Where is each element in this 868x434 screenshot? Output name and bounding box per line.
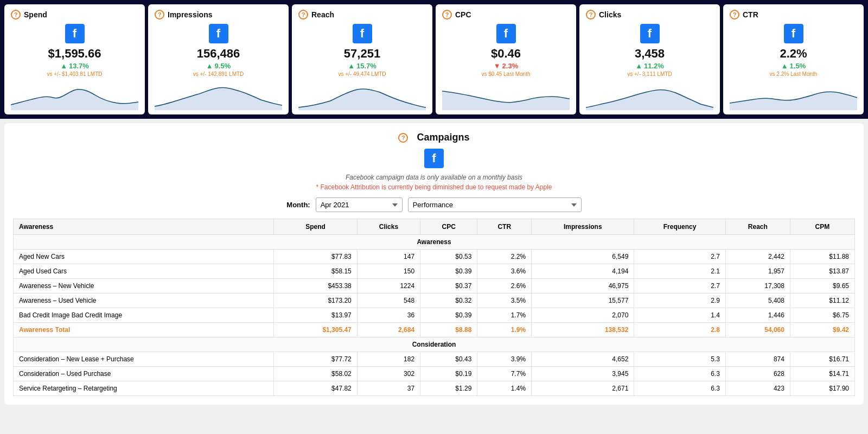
month-select[interactable]: Apr 2021Mar 2021Feb 2021Jan 2021: [316, 197, 403, 212]
change-value-impressions: 9.5%: [215, 62, 231, 70]
consideration-row: Service Retargeting – Retargeting$47.823…: [14, 381, 855, 396]
metric-change-spend: 13.7%: [60, 62, 89, 70]
metric-change-reach: 15.7%: [348, 62, 376, 70]
col-header-clicks: Clicks: [357, 219, 420, 235]
section-consideration: Consideration: [14, 337, 855, 352]
metric-vs-ctr: vs 2.2% Last Month: [770, 71, 818, 77]
metric-change-cpc: 2.3%: [494, 62, 519, 70]
metric-value-cpc: $0.46: [491, 47, 521, 61]
metric-vs-impressions: vs +/- 142,891 LMTD: [193, 71, 244, 77]
fb-icon-cpc: f: [496, 24, 516, 43]
metric-change-clicks: 11.2%: [635, 62, 664, 70]
arrow-reach: [348, 62, 355, 70]
metric-card-reach: ? Reach f 57,251 15.7% vs +/- 49,474 LMT…: [292, 4, 432, 114]
sparkline-impressions: [155, 80, 282, 110]
metric-card-cpc: ? CPC f $0.46 2.3% vs $0.45 Last Month: [436, 4, 576, 114]
month-label: Month:: [286, 201, 310, 209]
campaigns-help-icon[interactable]: ?: [398, 133, 408, 143]
fb-icon-reach: f: [353, 24, 372, 43]
help-icon-spend[interactable]: ?: [11, 10, 21, 20]
awareness-section-label: Awareness: [14, 235, 855, 250]
metric-header-spend: ? Spend: [11, 10, 138, 20]
metric-title-spend: Spend: [24, 10, 47, 19]
filter-row: Month: Apr 2021Mar 2021Feb 2021Jan 2021 …: [13, 197, 855, 212]
metric-value-reach: 57,251: [344, 47, 380, 61]
change-value-reach: 15.7%: [356, 62, 376, 70]
metric-title-impressions: Impressions: [168, 10, 212, 19]
metric-change-impressions: 9.5%: [206, 62, 231, 70]
fb-icon-ctr: f: [784, 24, 803, 43]
fb-icon-spend: f: [65, 24, 85, 43]
change-value-ctr: 1.5%: [790, 62, 806, 70]
metric-header-reach: ? Reach: [298, 10, 426, 20]
campaigns-warning: * Facebook Attribution is currently bein…: [13, 183, 855, 191]
campaigns-title: Campaigns: [417, 132, 469, 143]
metric-card-clicks: ? Clicks f 3,458 11.2% vs +/- 3,111 LMTD: [579, 4, 720, 114]
fb-icon-impressions: f: [209, 24, 228, 43]
metric-value-ctr: 2.2%: [780, 47, 807, 61]
metric-header-cpc: ? CPC: [442, 10, 570, 20]
col-header-impressions: Impressions: [532, 219, 634, 235]
col-header-cpc: CPC: [420, 219, 477, 235]
performance-select[interactable]: PerformanceConversionsEngagement: [408, 197, 582, 212]
sparkline-cpc: [442, 80, 570, 110]
metric-header-impressions: ? Impressions: [155, 10, 282, 20]
awareness-row: Aged Used Cars$58.15150$0.393.6%4,1942.1…: [14, 264, 855, 279]
metric-change-ctr: 1.5%: [781, 62, 806, 70]
metric-header-clicks: ? Clicks: [586, 10, 713, 20]
consideration-row: Consideration – New Lease + Purchase$77.…: [14, 352, 855, 367]
fb-icon-clicks: f: [640, 24, 660, 43]
consideration-section-label: Consideration: [14, 337, 855, 352]
awareness-row: Awareness – New Vehicle$453.381224$0.372…: [14, 279, 855, 293]
sparkline-spend: [11, 80, 138, 110]
campaigns-table: AwarenessSpendClicksCPCCTRImpressionsFre…: [13, 219, 855, 396]
campaigns-note: Facebook campaign data is only available…: [13, 174, 855, 181]
metric-vs-clicks: vs +/- 3,111 LMTD: [627, 71, 672, 77]
help-icon-impressions[interactable]: ?: [155, 10, 164, 20]
sparkline-ctr: [730, 80, 857, 110]
metric-value-spend: $1,595.66: [48, 47, 101, 61]
metric-value-clicks: 3,458: [635, 47, 665, 61]
metric-vs-spend: vs +/- $1,403.81 LMTD: [47, 71, 103, 77]
metric-title-clicks: Clicks: [599, 10, 621, 19]
help-icon-ctr[interactable]: ?: [730, 10, 739, 20]
metric-card-spend: ? Spend f $1,595.66 13.7% vs +/- $1,403.…: [4, 4, 145, 114]
arrow-impressions: [206, 62, 213, 70]
sparkline-clicks: [586, 80, 713, 110]
change-value-cpc: 2.3%: [502, 62, 519, 70]
col-header-reach: Reach: [725, 219, 790, 235]
arrow-ctr: [781, 62, 788, 70]
metric-value-impressions: 156,486: [197, 47, 240, 61]
col-header-cpm: CPM: [790, 219, 854, 235]
campaigns-header: ? Campaigns f Facebook campaign data is …: [13, 132, 855, 191]
change-value-spend: 13.7%: [69, 62, 89, 70]
metric-header-ctr: ? CTR: [730, 10, 857, 20]
col-header-ctr: CTR: [477, 219, 532, 235]
metrics-bar: ? Spend f $1,595.66 13.7% vs +/- $1,403.…: [0, 0, 868, 119]
help-icon-reach[interactable]: ?: [298, 10, 308, 20]
awareness-total-row: Awareness Total$1,305.472,684$8.881.9%13…: [14, 323, 855, 337]
arrow-clicks: [635, 62, 642, 70]
col-header-spend: Spend: [274, 219, 357, 235]
campaigns-fb-icon: f: [424, 149, 444, 168]
awareness-row: Awareness – Used Vehicle$173.20548$0.323…: [14, 293, 855, 308]
col-header-awareness: Awareness: [14, 219, 274, 235]
arrow-spend: [60, 62, 67, 70]
awareness-row: Bad Credit Image Bad Credit Image$13.973…: [14, 308, 855, 323]
metric-card-impressions: ? Impressions f 156,486 9.5% vs +/- 142,…: [148, 4, 289, 114]
col-header-frequency: Frequency: [634, 219, 726, 235]
section-awareness: Awareness: [14, 235, 855, 250]
arrow-cpc: [494, 62, 501, 70]
metric-title-ctr: CTR: [743, 10, 758, 19]
awareness-row: Aged New Cars$77.83147$0.532.2%6,5492.72…: [14, 250, 855, 264]
help-icon-clicks[interactable]: ?: [586, 10, 596, 20]
sparkline-reach: [298, 80, 426, 110]
metric-vs-reach: vs +/- 49,474 LMTD: [338, 71, 386, 77]
consideration-row: Consideration – Used Purchase$58.02302$0…: [14, 367, 855, 381]
metric-card-ctr: ? CTR f 2.2% 1.5% vs 2.2% Last Month: [723, 4, 864, 114]
change-value-clicks: 11.2%: [644, 62, 664, 70]
metric-vs-cpc: vs $0.45 Last Month: [481, 71, 530, 77]
campaigns-section: ? Campaigns f Facebook campaign data is …: [4, 123, 864, 405]
help-icon-cpc[interactable]: ?: [442, 10, 452, 20]
metric-title-reach: Reach: [311, 10, 334, 19]
